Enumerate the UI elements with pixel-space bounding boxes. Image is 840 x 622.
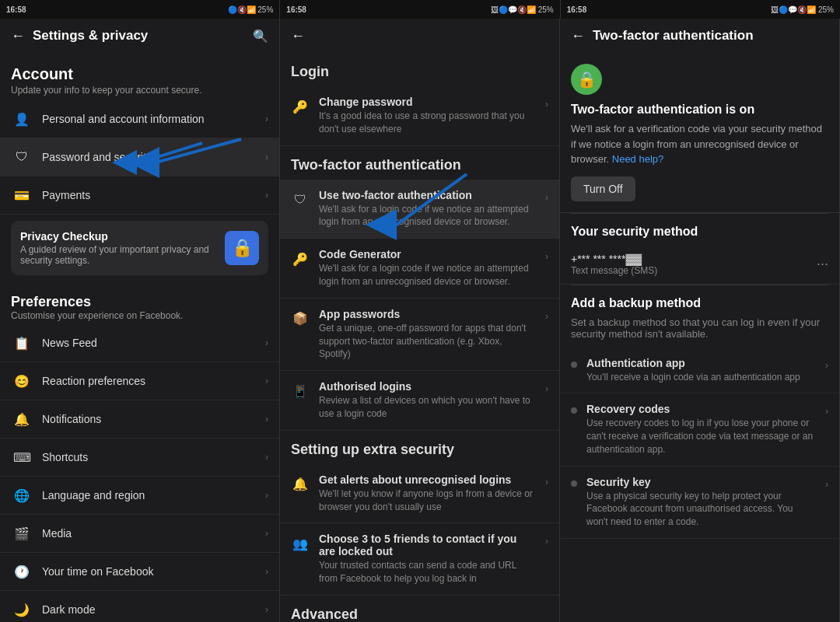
auth-app-title: Authentication app [586,357,816,369]
alerts-item[interactable]: 🔔 Get alerts about unrecognised logins W… [280,464,559,524]
preferences-header: Preferences Customise your experience on… [0,281,279,324]
use-two-fa-arrow: › [545,192,548,203]
privacy-card-title: Privacy Checkup [20,230,217,243]
media-icon: 🎬 [11,522,33,544]
alerts-arrow: › [545,477,548,487]
app-passwords-item[interactable]: 📦 App passwords Get a unique, one-off pa… [280,299,559,371]
panel-settings: ← Settings & privacy 🔍 Account Update yo… [0,19,280,622]
security-key-title: Security key [586,476,816,488]
authorised-logins-item[interactable]: 📱 Authorised logins Review a list of dev… [280,371,559,431]
account-subtitle: Update your info to keep your account se… [11,85,268,96]
panel3-title: Two-factor authentication [593,28,828,44]
login-section-title: Login [280,53,559,86]
icons-2: 🖼🔵💬🔇📶 25% [491,5,554,14]
back-button-1[interactable]: ← [11,28,25,44]
authorised-logins-icon: 📱 [291,382,310,400]
panel1-title: Settings & privacy [33,28,245,44]
reactions-icon: 😊 [11,370,33,392]
use-two-fa-body: Use two-factor authentication We'll ask … [319,189,536,229]
phone-label: Text message (SMS) [571,265,809,276]
panel1-content: Account Update your info to keep your ac… [0,53,279,622]
privacy-card-text: Privacy Checkup A guided review of your … [20,230,217,266]
search-button[interactable]: 🔍 [253,29,268,44]
auth-app-item[interactable]: Authentication app You'll receive a logi… [560,348,839,394]
code-generator-item[interactable]: 🔑 Code Generator We'll ask for a login c… [280,239,559,299]
menu-payments-label: Payments [42,189,90,201]
menu-item-newsfeed[interactable]: 📋 News Feed › [0,324,279,362]
menu-item-reactions[interactable]: 😊 Reaction preferences › [0,362,279,400]
app-passwords-desc: Get a unique, one-off password for apps … [319,322,536,361]
trusted-contacts-arrow: › [545,536,548,547]
payments-icon: 💳 [11,184,33,206]
trusted-contacts-desc: Your trusted contacts can send a code an… [319,559,536,585]
notifications-icon: 🔔 [11,408,33,430]
status-bar-2: 16:58 🖼🔵💬🔇📶 25% [280,0,560,19]
menu-media-label: Media [42,527,72,540]
panel1-header: ← Settings & privacy 🔍 [0,19,279,53]
menu-newsfeed-label: News Feed [42,337,97,349]
security-key-item[interactable]: Security key Use a physical security key… [560,466,839,539]
back-button-2[interactable]: ← [291,28,305,44]
tfa-status-title: Two-factor authentication is on [571,103,828,117]
menu-item-shortcuts[interactable]: ⌨ Shortcuts › [0,439,279,477]
use-two-fa-desc: We'll ask for a login code if we notice … [319,203,536,229]
use-two-fa-item[interactable]: 🛡 Use two-factor authentication We'll as… [280,180,559,239]
trusted-contacts-icon: 👥 [291,534,310,553]
code-generator-arrow: › [545,251,548,262]
language-arrow: › [265,490,268,501]
menu-item-media[interactable]: 🎬 Media › [0,515,279,553]
icons-1: 🔵🔇📶 25% [228,5,274,14]
authorised-logins-desc: Review a list of devices on which you wo… [319,394,536,421]
change-password-title: Change password [319,96,536,108]
privacy-card-icon: 🔒 [225,231,259,265]
privacy-card-desc: A guided review of your important privac… [20,244,217,266]
recovery-codes-item[interactable]: Recovery codes Use recovery codes to log… [560,393,839,466]
menu-personal-label: Personal and account information [42,113,205,125]
security-method-row: +*** *** ****▓▓ Text message (SMS) ··· [560,245,839,285]
use-two-fa-title: Use two-factor authentication [319,189,536,201]
recovery-codes-body: Recovery codes Use recovery codes to log… [586,403,816,456]
password-icon: 🛡 [11,146,33,168]
privacy-checkup-card[interactable]: Privacy Checkup A guided review of your … [11,221,268,275]
app-passwords-arrow: › [545,311,548,322]
security-key-arrow: › [825,479,828,490]
newsfeed-arrow: › [265,337,268,348]
need-help-link[interactable]: Need help? [612,153,664,165]
change-password-icon: 🔑 [291,97,310,116]
menu-item-time[interactable]: 🕐 Your time on Facebook › [0,553,279,591]
login-item-change-password[interactable]: 🔑 Change password It's a good idea to us… [280,86,559,146]
two-fa-section-title: Two-factor authentication [280,146,559,180]
account-title: Account [11,65,268,83]
time-arrow: › [265,566,268,577]
alerts-desc: We'll let you know if anyone logs in fro… [319,487,536,514]
more-options-button[interactable]: ··· [817,256,828,272]
backup-method-desc: Set a backup method so that you can log … [560,316,839,348]
pref-subtitle: Customise your experience on Facebook. [11,310,268,321]
back-button-3[interactable]: ← [571,28,585,44]
menu-item-notifications[interactable]: 🔔 Notifications › [0,400,279,439]
darkmode-icon: 🌙 [11,599,33,620]
time-3: 16:58 [567,5,587,14]
menu-item-personal[interactable]: 👤 Personal and account information › [0,100,279,138]
panel3-content: 🔒 Two-factor authentication is on We'll … [560,53,839,622]
panel-two-factor: ← Two-factor authentication 🔒 Two-factor… [560,19,840,622]
trusted-contacts-item[interactable]: 👥 Choose 3 to 5 friends to contact if yo… [280,523,559,596]
security-key-body: Security key Use a physical security key… [586,476,816,529]
recovery-codes-title: Recovery codes [586,403,816,415]
payments-arrow: › [265,190,268,201]
trusted-contacts-title: Choose 3 to 5 friends to contact if you … [319,533,536,557]
menu-item-language[interactable]: 🌐 Language and region › [0,477,279,515]
personal-arrow: › [265,114,268,124]
menu-notifications-label: Notifications [42,413,101,425]
reactions-arrow: › [265,376,268,386]
turn-off-button[interactable]: Turn Off [571,176,635,201]
password-arrow: › [265,152,268,162]
menu-item-payments[interactable]: 💳 Payments › [0,176,279,215]
recovery-codes-desc: Use recovery codes to log in if you lose… [586,417,816,456]
change-password-body: Change password It's a good idea to use … [319,96,536,136]
use-two-fa-icon: 🛡 [291,190,310,209]
code-generator-desc: We'll ask for a login code if we notice … [319,262,536,288]
menu-item-darkmode[interactable]: 🌙 Dark mode › [0,591,279,622]
media-arrow: › [265,528,268,539]
menu-item-password[interactable]: 🛡 Password and security › [0,138,279,176]
